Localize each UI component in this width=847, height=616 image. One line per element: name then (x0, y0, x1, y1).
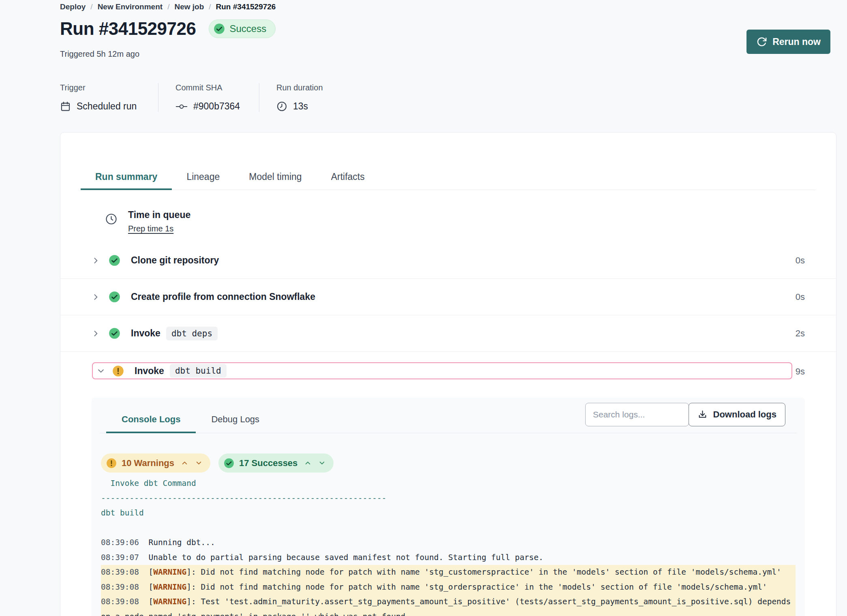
log-line: 08:39:08 [WARNING]: Test 'test.admin_mat… (101, 595, 796, 610)
status-success-icon (109, 291, 120, 303)
log-timestamp: 08:39:07 (101, 553, 148, 562)
log-warn-bracket: [ (148, 582, 153, 592)
selected-step-box[interactable]: Invokedbt build (92, 362, 792, 379)
log-message: Did not find matching node for patch wit… (201, 582, 767, 592)
rerun-now-label: Rerun now (772, 36, 821, 47)
log-line: 08:39:07 Unable to do partial parsing be… (101, 550, 796, 565)
status-badge-label: Success (229, 23, 266, 34)
step-duration: 0s (796, 255, 805, 266)
log-warn-bracket: ]: (186, 567, 201, 577)
warning-badge[interactable]: 10 Warnings (101, 453, 210, 473)
prep-time-link[interactable]: Prep time 1s (128, 224, 173, 233)
triggered-time: Triggered 5h 12m ago (60, 49, 139, 59)
check-circle-icon (214, 23, 225, 34)
meta-commit: Commit SHA #900b7364 (175, 83, 259, 112)
breadcrumb-item-new-environment[interactable]: New Environment (98, 2, 163, 11)
clock-icon (276, 101, 287, 112)
badge-chevron-up-icon[interactable] (304, 459, 312, 467)
warning-circle-icon (106, 458, 117, 468)
log-warn-bracket: [ (148, 597, 153, 606)
download-logs-button[interactable]: Download logs (689, 403, 785, 426)
download-logs-label: Download logs (713, 409, 776, 420)
git-commit-icon (175, 102, 188, 111)
tab-debug-logs[interactable]: Debug Logs (196, 407, 275, 433)
step-row-clone-git-repository[interactable]: Clone git repository0s (60, 242, 836, 279)
tab-model-timing[interactable]: Model timing (234, 165, 316, 190)
meta-trigger: Trigger Scheduled run (60, 83, 158, 112)
log-timestamp: 08:39:06 (101, 538, 148, 547)
tab-lineage[interactable]: Lineage (172, 165, 234, 190)
log-warn-bracket: [ (148, 567, 153, 577)
log-line: 08:39:08 [WARNING]: Did not find matchin… (101, 565, 796, 580)
meta-duration: Run duration 13s (276, 83, 341, 112)
tab-bar: Run summaryLineageModel timingArtifacts (81, 165, 816, 190)
log-message: Unable to do partial parsing because sav… (148, 553, 543, 562)
time-in-queue: Time in queue Prep time 1s (105, 210, 190, 233)
log-message: dbt build (101, 508, 144, 518)
log-message: Invoke dbt Command (101, 479, 196, 488)
tab-run-summary[interactable]: Run summary (81, 165, 172, 190)
log-message: ----------------------------------------… (101, 494, 386, 503)
search-logs-input[interactable] (585, 403, 689, 426)
log-message: Running dbt... (148, 538, 215, 547)
step-label: Invoke (131, 328, 160, 339)
log-warn-tag: WARNING (153, 582, 186, 592)
breadcrumb-separator: / (167, 2, 169, 11)
run-duration-value: 13s (293, 101, 308, 112)
warning-badge-label: 10 Warnings (122, 458, 174, 468)
breadcrumb-item-new-job[interactable]: New job (174, 2, 204, 11)
tab-artifacts[interactable]: Artifacts (317, 165, 379, 190)
step-label: Clone git repository (131, 255, 219, 266)
log-message: on a node named 'stg_payments' in packag… (101, 612, 405, 616)
refresh-icon (756, 36, 767, 47)
chevron-right-icon[interactable] (92, 329, 100, 338)
chevron-down-icon[interactable] (97, 367, 105, 375)
clock-icon (105, 213, 118, 233)
step-duration: 2s (796, 328, 805, 339)
step-command: dbt deps (166, 327, 218, 340)
log-timestamp: 08:39:08 (101, 597, 148, 606)
commit-sha-value: #900b7364 (193, 101, 240, 112)
step-row-invoke-dbt-build: Invokedbt build9s (60, 352, 836, 392)
step-row-create-profile-from-connection-snowflake[interactable]: Create profile from connection Snowflake… (60, 279, 836, 315)
commit-sha-label: Commit SHA (175, 83, 241, 92)
log-warn-bracket: ]: (186, 582, 201, 592)
breadcrumb: Deploy/New Environment/New job/Run #3415… (60, 1, 276, 13)
calendar-icon (60, 101, 71, 112)
success-badge[interactable]: 17 Successes (218, 453, 334, 473)
badge-chevron-down-icon[interactable] (318, 459, 326, 467)
log-warn-tag: WARNING (153, 597, 186, 606)
chevron-right-icon[interactable] (92, 293, 100, 301)
log-line (101, 521, 796, 536)
page-title: Run #341529726 (60, 19, 196, 39)
download-icon (697, 410, 708, 420)
log-line: dbt build (101, 506, 796, 521)
step-command: dbt build (170, 364, 227, 378)
status-warning-icon (112, 365, 124, 377)
log-line: 08:39:08 [WARNING]: Did not find matchin… (101, 580, 796, 595)
step-label: Invoke (135, 366, 164, 376)
status-success-icon (109, 255, 120, 266)
log-message: Did not find matching node for patch wit… (201, 567, 781, 577)
rerun-now-button[interactable]: Rerun now (746, 30, 830, 54)
step-label: Create profile from connection Snowflake (131, 291, 315, 302)
time-in-queue-title: Time in queue (128, 210, 190, 220)
breadcrumb-separator: / (209, 2, 211, 11)
badge-chevron-up-icon[interactable] (181, 459, 188, 467)
chevron-right-icon[interactable] (92, 257, 100, 265)
breadcrumb-item-deploy[interactable]: Deploy (60, 2, 86, 11)
run-duration-label: Run duration (276, 83, 323, 92)
success-badge-label: 17 Successes (239, 458, 297, 468)
check-circle-icon (224, 458, 234, 468)
breadcrumb-item-run-341529726: Run #341529726 (216, 2, 276, 11)
tab-console-logs[interactable]: Console Logs (106, 407, 196, 433)
step-row-invoke-dbt-deps[interactable]: Invokedbt deps2s (60, 315, 836, 352)
trigger-label: Trigger (60, 83, 140, 92)
breadcrumb-separator: / (90, 2, 92, 11)
console-log-output: Invoke dbt Command----------------------… (101, 476, 796, 616)
step-duration: 9s (796, 366, 805, 377)
run-meta: Trigger Scheduled run Commit SHA #900b73… (60, 83, 358, 112)
header: Run #341529726 Success (60, 19, 276, 39)
badge-chevron-down-icon[interactable] (195, 459, 203, 467)
console-panel: Console LogsDebug Logs Download logs 10 … (92, 398, 805, 616)
